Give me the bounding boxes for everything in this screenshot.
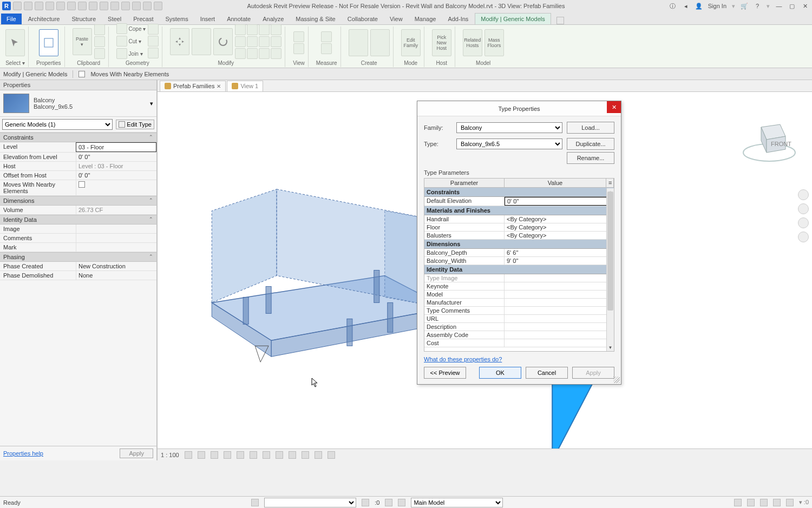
ok-button[interactable]: OK [479, 367, 521, 379]
paint-icon[interactable] [148, 48, 159, 58]
type-selector[interactable]: Balcony Balcony_9x6.5 ▾ [0, 90, 156, 117]
tp-cost-value[interactable] [505, 339, 614, 347]
tab-structure[interactable]: Structure [66, 14, 101, 24]
tp-group-dimensions[interactable]: Dimensions [424, 240, 614, 249]
redo-icon[interactable] [56, 2, 65, 10]
wall-opening-icon[interactable] [148, 24, 159, 35]
prop-comments-value[interactable] [76, 234, 156, 242]
pick-new-host-button[interactable]: Pick New Host [432, 29, 451, 56]
view-icon-1[interactable] [293, 31, 304, 42]
group-dimensions[interactable]: Dimensions [0, 196, 156, 206]
tab-massing[interactable]: Massing & Site [290, 14, 340, 24]
group-constraints[interactable]: Constraints [0, 133, 156, 142]
view-tab-prefab[interactable]: Prefab Families✕ [160, 81, 226, 91]
tp-assembly-value[interactable] [505, 331, 614, 339]
moves-nearby-checkbox[interactable] [78, 71, 85, 77]
tab-view[interactable]: View [384, 14, 408, 24]
visual-style-icon[interactable] [198, 451, 205, 459]
col-equals[interactable]: = [606, 179, 614, 187]
workset-select[interactable] [264, 498, 356, 507]
prop-phase-demo-value[interactable]: None [76, 271, 156, 280]
split-icon[interactable] [247, 36, 258, 47]
view-tab-view1[interactable]: View 1 [227, 81, 263, 91]
create-similar-icon[interactable] [349, 29, 368, 56]
dialog-apply-button[interactable]: Apply [572, 367, 614, 379]
tab-file[interactable]: File [1, 14, 22, 24]
measure-icon-2[interactable] [321, 43, 332, 54]
view-icon-2[interactable] [293, 43, 304, 54]
move-icon[interactable] [170, 28, 189, 55]
switch-windows-icon[interactable] [154, 2, 162, 10]
drag-elements-icon[interactable] [786, 499, 794, 506]
tp-scrollbar[interactable]: ▲ ▼ [606, 188, 614, 351]
view-scale[interactable]: 1 : 100 [161, 452, 179, 458]
extend-icon[interactable] [271, 48, 281, 59]
edit-family-button[interactable]: Edit Family [401, 29, 421, 56]
open-icon[interactable] [13, 2, 22, 10]
tp-url-value[interactable] [505, 315, 614, 322]
status-icon-2[interactable] [362, 499, 369, 506]
delete-icon[interactable] [259, 48, 270, 59]
status-icon-3[interactable] [385, 499, 392, 506]
tp-keynote-value[interactable] [505, 282, 614, 290]
scroll-thumb[interactable] [607, 192, 613, 311]
reveal-icon[interactable] [302, 451, 309, 459]
tab-steel[interactable]: Steel [102, 14, 127, 24]
crop-show-icon[interactable] [263, 451, 270, 459]
pin-icon[interactable] [235, 48, 246, 59]
join-icon[interactable] [116, 48, 127, 59]
align-icon[interactable] [235, 24, 246, 35]
tab-modify-generic[interactable]: Modify | Generic Models [475, 13, 551, 24]
family-select[interactable]: Balcony [456, 122, 562, 133]
group-identity[interactable]: Identity Data [0, 215, 156, 225]
tab-annotate[interactable]: Annotate [221, 14, 256, 24]
tp-floor-value[interactable]: <By Category> [505, 223, 614, 231]
prop-offset-value[interactable]: 0' 0" [76, 171, 156, 180]
sync-icon[interactable] [35, 2, 43, 10]
array-icon[interactable] [259, 36, 270, 47]
prop-level-value[interactable]: 03 - Floor [76, 142, 156, 152]
mirror-axis-icon[interactable] [259, 24, 270, 35]
unpin-icon[interactable] [247, 48, 258, 59]
tp-manufacturer-value[interactable] [505, 299, 614, 306]
undo-icon[interactable] [45, 2, 54, 10]
signin-link[interactable]: Sign In [708, 3, 726, 9]
exchange-icon[interactable]: 🛒 [741, 2, 748, 10]
tp-handrail-value[interactable]: <By Category> [505, 215, 614, 223]
tab-insert[interactable]: Insert [195, 14, 221, 24]
save-icon[interactable] [24, 2, 32, 10]
lock-3d-icon[interactable] [276, 451, 283, 459]
tp-width-value[interactable]: 9' 0" [505, 257, 614, 265]
cancel-button[interactable]: Cancel [526, 367, 568, 379]
properties-button[interactable] [39, 29, 58, 56]
select-pinned-icon[interactable] [760, 499, 768, 506]
properties-help-link[interactable]: Properties help [3, 450, 43, 457]
crop-icon[interactable] [250, 451, 257, 459]
resize-grip-icon[interactable] [613, 377, 620, 383]
search-arrow-icon[interactable]: ◂ [682, 2, 690, 10]
modify-tool-button[interactable] [5, 29, 25, 56]
copy-icon[interactable] [94, 36, 105, 47]
prop-image-value[interactable] [76, 225, 156, 233]
properties-apply-button[interactable]: Apply [120, 448, 153, 458]
cut-icon[interactable] [94, 24, 105, 35]
edit-type-button[interactable]: Edit Type [116, 120, 154, 129]
load-button[interactable]: Load... [567, 122, 614, 134]
tab-precast[interactable]: Precast [128, 14, 159, 24]
close-windows-icon[interactable] [143, 2, 152, 10]
design-option-select[interactable]: Main Model [411, 498, 503, 507]
create-group-icon[interactable] [370, 29, 390, 56]
group-phasing[interactable]: Phasing [0, 252, 156, 262]
minimize-icon[interactable]: — [775, 2, 783, 10]
nav-home-icon[interactable] [798, 189, 809, 200]
tp-balusters-value[interactable]: <By Category> [505, 232, 614, 239]
cope-icon[interactable] [116, 23, 127, 34]
col-value[interactable]: Value [505, 179, 606, 187]
shadows-icon[interactable] [224, 451, 231, 459]
help-icon[interactable]: ? [754, 2, 761, 10]
tp-depth-value[interactable]: 6' 6" [505, 249, 614, 256]
select-face-icon[interactable] [773, 499, 781, 506]
detail-level-icon[interactable] [185, 451, 192, 459]
col-parameter[interactable]: Parameter [424, 179, 505, 187]
thin-lines-icon[interactable] [132, 2, 141, 10]
